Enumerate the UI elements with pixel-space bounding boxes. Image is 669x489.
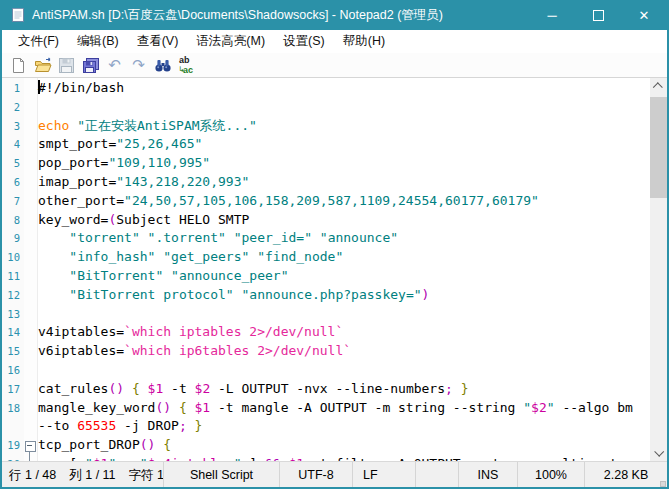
menu-item-1[interactable]: 编辑(B) bbox=[68, 31, 128, 52]
scroll-down-button[interactable] bbox=[650, 444, 667, 461]
line-number: 1 bbox=[2, 79, 24, 98]
menu-item-5[interactable]: 帮助(H) bbox=[334, 31, 394, 52]
maximize-button[interactable] bbox=[575, 0, 621, 30]
line-number: 9 bbox=[2, 229, 24, 248]
fold-cell bbox=[24, 229, 38, 248]
status-insert-mode[interactable]: INS bbox=[458, 462, 517, 488]
fold-cell bbox=[24, 211, 38, 230]
replace-button[interactable]: ab ↳ ac bbox=[175, 55, 198, 76]
save-icon bbox=[58, 57, 75, 74]
code-line: 4smpt_port="25,26,465" bbox=[2, 135, 650, 154]
code-line: 3echo "正在安装AntiSPAM系统..." bbox=[2, 117, 650, 136]
code-line: --to 65535 -j DROP; } bbox=[2, 417, 650, 436]
title-bar[interactable]: AntiSPAM.sh [D:\百度云盘\Documents\Shadowsoc… bbox=[2, 0, 667, 30]
code-line: 5pop_port="109,110,995" bbox=[2, 154, 650, 173]
status-zoom-level[interactable]: 100% bbox=[517, 462, 584, 488]
line-number: 14 bbox=[2, 323, 24, 342]
fold-cell bbox=[24, 154, 38, 173]
notepad2-app-icon bbox=[10, 7, 26, 23]
fold-cell bbox=[24, 173, 38, 192]
status-file-size: 2.28 KB bbox=[584, 462, 667, 488]
undo-icon: ↶ bbox=[108, 58, 121, 73]
undo-button[interactable]: ↶ bbox=[103, 55, 126, 76]
status-line-ending[interactable]: LF bbox=[352, 462, 415, 488]
code-line: 7other_port="24,50,57,105,106,158,209,58… bbox=[2, 192, 650, 211]
line-number: 7 bbox=[2, 192, 24, 211]
chevron-up-icon bbox=[653, 82, 663, 92]
status-encoding[interactable]: UTF-8 bbox=[279, 462, 352, 488]
open-file-button[interactable] bbox=[31, 55, 54, 76]
save-all-icon bbox=[82, 57, 100, 74]
minimize-icon: ─ bbox=[547, 8, 556, 23]
code-text: v6iptables=`which ip6tables 2>/dev/null` bbox=[38, 342, 351, 361]
resize-grip[interactable] bbox=[661, 482, 665, 486]
line-number: 4 bbox=[2, 135, 24, 154]
fold-cell bbox=[24, 417, 38, 436]
scrollbar-thumb[interactable] bbox=[650, 97, 667, 198]
code-text: v4iptables=`which iptables 2>/dev/null` bbox=[38, 323, 343, 342]
line-number: 12 bbox=[2, 286, 24, 305]
code-text: imap_port="143,218,220,993" bbox=[38, 173, 249, 192]
scroll-up-button[interactable] bbox=[650, 78, 667, 95]
fold-cell bbox=[24, 436, 38, 455]
minimize-button[interactable]: ─ bbox=[529, 0, 575, 30]
code-text: cat_rules() { $1 -t $2 -L OUTPUT -nvx --… bbox=[38, 380, 469, 399]
line-number: 16 bbox=[2, 361, 24, 380]
code-line: 8key_word=(Subject HELO SMTP bbox=[2, 211, 650, 230]
menu-item-3[interactable]: 语法高亮(M) bbox=[187, 31, 274, 52]
fold-cell bbox=[24, 342, 38, 361]
code-text: tcp_port_DROP() { bbox=[38, 436, 171, 455]
replace-icon: ab ↳ ac bbox=[178, 57, 195, 73]
menu-bar: 文件(F)编辑(B)查看(V)语法高亮(M)设置(S)帮助(H) bbox=[2, 30, 667, 53]
code-line: 16 bbox=[2, 361, 650, 380]
fold-cell bbox=[24, 267, 38, 286]
code-line: 10 "info_hash" "get_peers" "find_node" bbox=[2, 248, 650, 267]
line-number bbox=[2, 417, 24, 436]
status-syntax-scheme[interactable]: Shell Script bbox=[163, 462, 279, 488]
line-number: 8 bbox=[2, 211, 24, 230]
new-file-button[interactable] bbox=[7, 55, 30, 76]
menu-item-4[interactable]: 设置(S) bbox=[274, 31, 334, 52]
fold-cell bbox=[24, 305, 38, 324]
code-text: "BitTorrent protocol" "announce.php?pass… bbox=[38, 286, 429, 305]
line-number: 13 bbox=[2, 305, 24, 324]
fold-marker-icon[interactable] bbox=[25, 441, 36, 452]
code-text: "torrent" ".torrent" "peer_id=" "announc… bbox=[38, 229, 398, 248]
find-button[interactable] bbox=[151, 55, 174, 76]
line-number: 10 bbox=[2, 248, 24, 267]
line-number: 15 bbox=[2, 342, 24, 361]
menu-item-0[interactable]: 文件(F) bbox=[9, 31, 68, 52]
close-icon: ✕ bbox=[639, 8, 650, 23]
code-text: "BitTorrent" "announce_peer" bbox=[38, 267, 288, 286]
code-text: echo "正在安装AntiSPAM系统..." bbox=[38, 117, 257, 136]
fold-cell bbox=[24, 117, 38, 136]
status-count: 列 1 / 11 bbox=[69, 467, 115, 484]
line-number: 5 bbox=[2, 154, 24, 173]
fold-cell bbox=[24, 399, 38, 418]
fold-cell bbox=[24, 380, 38, 399]
status-count: 行 1 / 48 bbox=[9, 467, 56, 484]
line-number: 18 bbox=[2, 399, 24, 418]
maximize-icon bbox=[593, 10, 604, 21]
close-button[interactable]: ✕ bbox=[621, 0, 667, 30]
fold-cell bbox=[24, 98, 38, 117]
fold-cell bbox=[24, 79, 38, 98]
code-line: 19tcp_port_DROP() { bbox=[2, 436, 650, 455]
notepad2-window: AntiSPAM.sh [D:\百度云盘\Documents\Shadowsoc… bbox=[0, 0, 669, 489]
save-button[interactable] bbox=[55, 55, 78, 76]
vertical-scrollbar[interactable] bbox=[650, 78, 667, 461]
toolbar: ↶ ↷ ab ↳ ac bbox=[2, 53, 667, 78]
redo-button[interactable]: ↷ bbox=[127, 55, 150, 76]
open-folder-icon bbox=[34, 57, 52, 74]
fold-cell bbox=[24, 323, 38, 342]
line-number: 6 bbox=[2, 173, 24, 192]
fold-cell bbox=[24, 135, 38, 154]
code-text: key_word=(Subject HELO SMTP bbox=[38, 211, 249, 230]
line-number: 11 bbox=[2, 267, 24, 286]
fold-cell bbox=[24, 248, 38, 267]
code-line: 9 "torrent" ".torrent" "peer_id=" "annou… bbox=[2, 229, 650, 248]
code-editor[interactable]: 1#!/bin/bash23echo "正在安装AntiSPAM系统..."4s… bbox=[2, 78, 667, 461]
save-all-button[interactable] bbox=[79, 55, 102, 76]
line-number: 2 bbox=[2, 98, 24, 117]
menu-item-2[interactable]: 查看(V) bbox=[128, 31, 188, 52]
